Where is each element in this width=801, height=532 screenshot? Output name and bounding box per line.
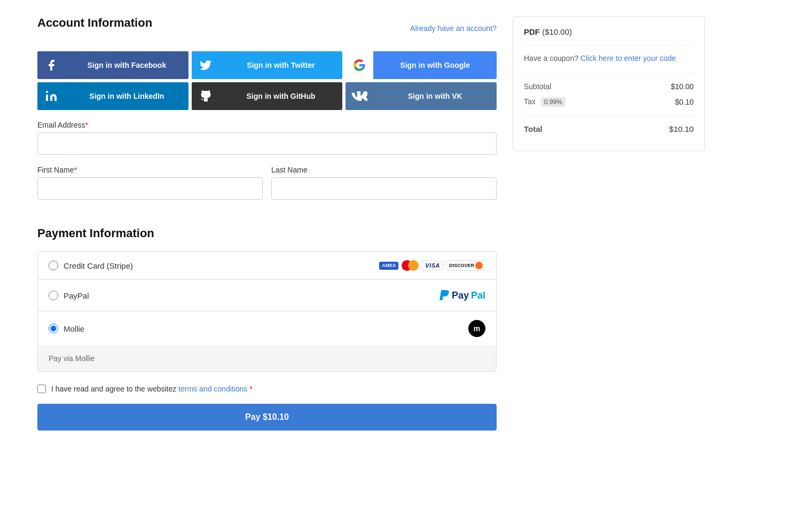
mollie-icon-container: m	[468, 320, 485, 337]
mollie-description: Pay via Mollie	[38, 346, 496, 371]
payment-option-paypal[interactable]: PayPal PayPal	[38, 280, 496, 311]
github-signin-button[interactable]: Sign in with GitHub	[192, 82, 343, 110]
linkedin-signin-button[interactable]: Sign in with LinkedIn	[37, 82, 189, 110]
sidebar: PDF ($10.00) Have a coupon? Click here t…	[513, 16, 705, 431]
terms-section: I have read and agree to the websitez te…	[37, 385, 497, 393]
credit-card-icons: AMEX VISA DISCOVER	[379, 260, 485, 271]
facebook-signin-button[interactable]: Sign in with Facebook	[37, 51, 189, 79]
order-product: PDF ($10.00)	[524, 27, 694, 36]
mastercard-icon	[402, 260, 419, 271]
first-name-input[interactable]	[37, 177, 263, 200]
payment-option-credit-card[interactable]: Credit Card (Stripe) AMEX VISA DISCOVER	[38, 252, 496, 280]
credit-card-label: Credit Card (Stripe)	[64, 261, 133, 270]
social-buttons-row2: Sign in with LinkedIn Sign in with GitHu…	[37, 82, 497, 110]
order-divider-bottom	[524, 115, 694, 116]
coupon-link[interactable]: Click here to enter your code	[580, 54, 676, 62]
payment-title: Payment Information	[37, 226, 497, 240]
google-signin-button[interactable]: Sign in with Google	[345, 51, 497, 79]
name-row: First Name* Last Name	[37, 166, 497, 210]
vk-icon	[345, 82, 373, 110]
already-account-link[interactable]: Already have an account?	[410, 24, 497, 33]
mollie-radio[interactable]	[49, 324, 58, 333]
payment-option-mollie[interactable]: Mollie m	[38, 311, 496, 346]
visa-icon: VISA	[422, 261, 443, 270]
tax-row: Tax 0.99% $0.10	[524, 97, 694, 107]
pay-button[interactable]: Pay $10.10	[37, 404, 497, 431]
last-name-input[interactable]	[271, 177, 497, 200]
email-label: Email Address*	[37, 121, 497, 129]
paypal-radio[interactable]	[49, 291, 58, 300]
account-title: Account Information	[37, 16, 152, 30]
account-header: Account Information Already have an acco…	[37, 16, 497, 41]
last-name-group: Last Name	[271, 166, 497, 200]
email-input[interactable]	[37, 132, 497, 155]
svg-point-0	[46, 91, 48, 93]
mollie-icon: m	[468, 320, 485, 337]
discover-icon: DISCOVER	[446, 260, 485, 271]
social-buttons-row1: Sign in with Facebook Sign in with Twitt…	[37, 51, 497, 79]
mollie-label: Mollie	[64, 324, 84, 333]
terms-text: I have read and agree to the websitez te…	[51, 385, 253, 393]
twitter-signin-button[interactable]: Sign in with Twitter	[192, 51, 343, 79]
paypal-logo: PayPal	[438, 288, 485, 302]
credit-card-radio[interactable]	[49, 261, 58, 270]
coupon-section: Have a coupon? Click here to enter your …	[524, 54, 694, 62]
subtotal-value: $10.00	[671, 82, 694, 91]
terms-checkbox[interactable]	[37, 385, 46, 393]
email-group: Email Address*	[37, 121, 497, 155]
order-divider-top	[524, 45, 694, 45]
total-label: Total	[524, 124, 543, 134]
tax-label: Tax 0.99%	[524, 97, 566, 107]
total-value: $10.10	[669, 124, 694, 134]
first-name-label: First Name*	[37, 166, 263, 174]
paypal-label: PayPal	[64, 291, 89, 300]
total-row: Total $10.10	[524, 124, 694, 134]
subtotal-row: Subtotal $10.00	[524, 82, 694, 91]
first-name-group: First Name*	[37, 166, 263, 200]
order-summary: PDF ($10.00) Have a coupon? Click here t…	[513, 16, 705, 151]
main-content: Account Information Already have an acco…	[37, 16, 497, 431]
subtotal-label: Subtotal	[524, 82, 551, 91]
payment-section: Payment Information Credit Card (Stripe)…	[37, 226, 497, 372]
linkedin-icon	[37, 82, 65, 110]
terms-link[interactable]: terms and conditions	[178, 385, 247, 393]
google-icon	[345, 51, 373, 79]
tax-badge: 0.99%	[541, 97, 566, 107]
order-divider-mid	[524, 73, 694, 74]
twitter-icon	[192, 51, 219, 79]
tax-value: $0.10	[675, 98, 694, 106]
amex-icon: AMEX	[379, 262, 398, 270]
facebook-icon	[37, 51, 65, 79]
payment-options-container: Credit Card (Stripe) AMEX VISA DISCOVER	[37, 251, 497, 372]
vk-signin-button[interactable]: Sign in with VK	[345, 82, 497, 110]
last-name-label: Last Name	[271, 166, 497, 174]
github-icon	[192, 82, 219, 110]
